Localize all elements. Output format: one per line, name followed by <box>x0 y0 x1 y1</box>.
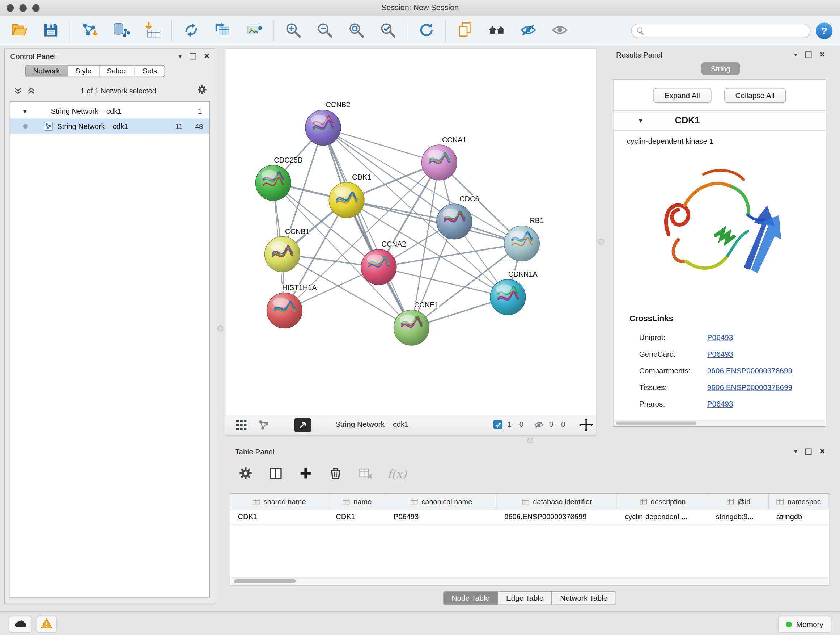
table-cell[interactable]: 9606.ENSP00000378699 <box>497 509 617 524</box>
tree-expanded-icon[interactable]: ▼ <box>22 108 30 115</box>
zoom-fit-button[interactable] <box>346 21 366 41</box>
home-button[interactable] <box>486 21 507 41</box>
column-header-description[interactable]: description <box>617 494 709 509</box>
network-node-CDKN1A[interactable] <box>490 279 526 315</box>
zoom-in-button[interactable] <box>283 21 303 41</box>
memory-button[interactable]: Memory <box>778 616 831 633</box>
table-cell[interactable]: cyclin-dependent ... <box>617 509 709 524</box>
create-column-button[interactable] <box>297 466 313 482</box>
gene-section-header[interactable]: ▼ CDK1 <box>614 111 826 131</box>
tab-network[interactable]: Network <box>26 65 68 77</box>
function-builder-button[interactable]: f(x) <box>387 468 407 481</box>
network-share-icon[interactable] <box>257 419 270 433</box>
crosslink-link[interactable]: 9606.ENSP00000378699 <box>707 366 792 375</box>
search-input[interactable] <box>647 27 805 35</box>
network-collection-row[interactable]: ▼ String Network – cdk1 1 <box>10 104 210 119</box>
hide-unhide-button[interactable] <box>518 21 538 41</box>
splitter-handle[interactable] <box>218 325 223 331</box>
options-gear-icon[interactable] <box>196 84 207 97</box>
section-expanded-icon[interactable]: ▼ <box>638 117 644 125</box>
show-columns-button[interactable] <box>267 466 283 482</box>
tab-sets[interactable]: Sets <box>135 65 164 77</box>
tab-select[interactable]: Select <box>99 65 135 77</box>
export-network-button[interactable] <box>181 21 201 41</box>
tab-node-table[interactable]: Node Table <box>443 591 498 605</box>
network-node-CDC25B[interactable] <box>256 165 291 201</box>
column-header--id[interactable]: @id <box>708 494 769 509</box>
panel-menu-icon[interactable]: ▾ <box>794 448 797 455</box>
results-horizontal-scrollbar[interactable] <box>614 420 825 426</box>
database-icon <box>112 21 130 41</box>
warnings-button[interactable] <box>36 616 57 633</box>
expand-all-icon[interactable] <box>27 86 36 95</box>
edge-CCNB2-CCNA1[interactable] <box>323 128 439 163</box>
column-header-name[interactable]: name <box>328 494 386 509</box>
crosslink-link[interactable]: 9606.ENSP00000378699 <box>707 383 792 391</box>
zoom-selected-button[interactable] <box>378 21 398 41</box>
table-options-button[interactable] <box>237 466 253 482</box>
search-box[interactable] <box>631 24 811 38</box>
column-header-shared-name[interactable]: shared name <box>231 494 328 509</box>
splitter-handle[interactable] <box>527 438 533 443</box>
node-label-CCNB1: CCNB1 <box>285 227 309 235</box>
tab-style[interactable]: Style <box>68 65 99 77</box>
column-header-namespac[interactable]: namespac <box>769 494 829 509</box>
tab-network-table[interactable]: Network Table <box>552 591 616 605</box>
node-label-CDC6: CDC6 <box>459 195 479 203</box>
edge-CCNA2-CDKN1A[interactable] <box>379 267 508 297</box>
table-cell[interactable]: stringdb:9... <box>708 509 769 524</box>
panel-menu-icon[interactable]: ▾ <box>794 51 797 59</box>
network-node-RB1[interactable] <box>504 226 540 261</box>
export-image-button[interactable] <box>244 21 264 41</box>
panel-close-icon[interactable]: × <box>820 52 825 57</box>
save-session-button[interactable] <box>41 21 61 41</box>
import-table-from-file-button[interactable] <box>142 21 163 41</box>
collapse-all-button[interactable]: Collapse All <box>724 88 786 103</box>
panel-close-icon[interactable]: × <box>204 54 210 59</box>
cloud-button[interactable] <box>9 616 32 633</box>
export-table-button[interactable] <box>213 21 233 41</box>
apply-layout-button[interactable] <box>416 21 436 41</box>
crosslink-link[interactable]: P06493 <box>707 399 733 408</box>
column-header-database-identifier[interactable]: database identifier <box>497 494 617 509</box>
zoom-out-button[interactable] <box>314 21 334 41</box>
panel-menu-icon[interactable]: ▾ <box>178 52 182 60</box>
panel-float-icon[interactable] <box>805 51 812 58</box>
duplicate-document-button[interactable] <box>455 21 475 41</box>
open-in-new-button[interactable] <box>294 418 311 432</box>
column-header-canonical-name[interactable]: canonical name <box>386 494 497 509</box>
delete-column-button[interactable] <box>327 466 343 482</box>
panel-close-icon[interactable]: × <box>820 449 825 454</box>
import-network-from-database-button[interactable] <box>111 21 131 41</box>
network-row-selected[interactable]: String Network – cdk1 11 48 <box>10 119 210 133</box>
grid-view-icon[interactable] <box>235 419 248 433</box>
help-button[interactable]: ? <box>816 22 832 39</box>
tab-edge-table[interactable]: Edge Table <box>498 591 552 605</box>
import-network-from-file-button[interactable] <box>79 21 99 41</box>
network-node-CCNB1[interactable] <box>265 236 300 272</box>
table-row[interactable]: CDK1CDK1P064939606.ENSP00000378699cyclin… <box>231 509 829 524</box>
splitter-handle[interactable] <box>598 239 604 244</box>
crosslink-link[interactable]: P06493 <box>707 349 733 358</box>
panel-float-icon[interactable] <box>189 53 196 60</box>
table-cell[interactable]: stringdb <box>769 509 829 524</box>
table-cell[interactable]: P06493 <box>386 509 497 524</box>
graphics-details-button[interactable] <box>549 21 569 41</box>
expand-all-button[interactable]: Expand All <box>653 88 711 103</box>
delete-table-button[interactable] <box>357 466 373 482</box>
open-session-button[interactable] <box>9 21 29 41</box>
network-node-CCNA1[interactable] <box>422 145 457 180</box>
pan-crosshair-icon[interactable] <box>579 418 593 434</box>
table-cell[interactable]: CDK1 <box>231 509 328 524</box>
table-cell[interactable]: CDK1 <box>328 509 386 524</box>
table-horizontal-scrollbar[interactable] <box>231 577 828 585</box>
selected-checkbox-icon[interactable] <box>493 420 502 429</box>
panel-float-icon[interactable] <box>805 448 812 455</box>
collapse-all-icon[interactable] <box>13 86 22 95</box>
table-arrow-icon <box>213 21 232 41</box>
network-node-CCNE1[interactable] <box>393 310 429 345</box>
crosslink-link[interactable]: P06493 <box>707 333 733 341</box>
network-canvas[interactable]: CCNB2CCNA1CDC25BCDK1CDC6RB1CCNB1CCNA2CDK… <box>225 49 596 415</box>
edge-CCNB2-CCNE1[interactable] <box>323 128 411 328</box>
string-tab-badge[interactable]: String <box>701 62 740 75</box>
